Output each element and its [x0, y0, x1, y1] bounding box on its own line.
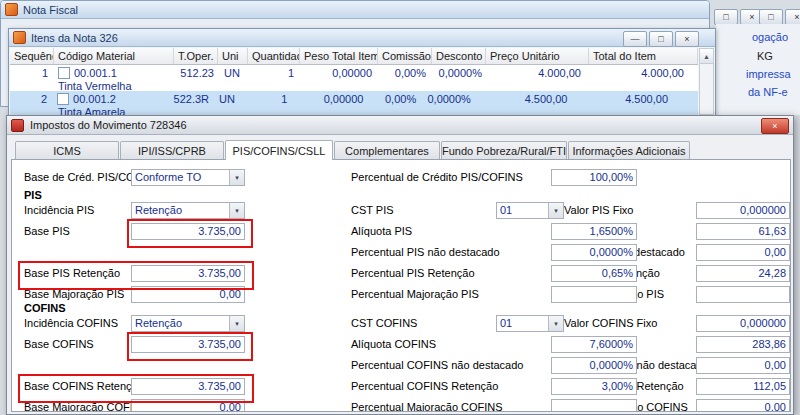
codigo-value: 00.001.2	[73, 93, 116, 105]
incidencia-pis-select[interactable]: Retenção▾	[131, 202, 245, 219]
percentual-majoracao-cofins-input[interactable]	[551, 399, 637, 412]
valor-pis-nao-destacado-input[interactable]: 0,00	[696, 244, 790, 261]
col-header-quantidade[interactable]: Quantidade	[248, 48, 300, 64]
base-cred-pis-cofins-value: Conforme TO	[135, 171, 201, 183]
row-checkbox[interactable]	[57, 93, 69, 105]
scroll-up-icon[interactable]: ▲	[700, 49, 713, 64]
percentual-majoracao-pis-label: Percentual Majoração PIS	[351, 288, 479, 300]
col-header-codigo-material[interactable]: Código Material	[54, 48, 174, 64]
valor-pis-retencao-input[interactable]: 24,28	[696, 265, 790, 282]
cell-preco: 4.000,00	[486, 67, 589, 80]
base-majoracao-cofins-input[interactable]: 0,00	[131, 399, 245, 412]
form-row: Base COFINS Retenção 3.735,00 Percentual…	[12, 377, 790, 397]
tab-pis-cofins-csll[interactable]: PIS/COFINS/CSLL	[225, 140, 333, 160]
form-row: Base PIS Retenção 3.735,00 Percentual PI…	[12, 264, 790, 284]
close-icon[interactable]: ×	[761, 118, 789, 134]
percentual-cofins-retencao-input[interactable]: 3,00%	[551, 378, 637, 395]
tab-fundo-pobreza-rural-fti[interactable]: Fundo Pobreza/Rural/FTI	[441, 141, 567, 159]
form-row: Percentual PIS não destacado 0,0000% Val…	[12, 243, 790, 263]
base-pis-input[interactable]: 3.735,00	[131, 223, 245, 240]
base-cred-pis-cofins-select[interactable]: Conforme TO▾	[131, 169, 245, 186]
incidencia-cofins-label: Incidência COFINS	[24, 317, 118, 329]
valor-cofins-retencao-input[interactable]: 112,05	[696, 378, 790, 395]
cst-cofins-select[interactable]: 01▾	[496, 315, 564, 332]
tab-informacoes-adicionais[interactable]: Informações Adicionais	[568, 141, 690, 159]
dialog-impostos-do-movimento: Impostos do Movimento 728346 × ICMS IPI/…	[6, 115, 794, 415]
close-icon[interactable]: ×	[785, 9, 800, 25]
percentual-pis-retencao-input[interactable]: 0,65%	[551, 265, 637, 282]
itens-title: Itens da Nota 326	[31, 32, 118, 44]
base-majoracao-pis-label: Base Majoração PIS	[24, 288, 124, 300]
base-cofins-retencao-input[interactable]: 3.735,00	[131, 378, 245, 395]
percentual-credito-pis-cofins-input[interactable]: 100,00%	[551, 169, 637, 186]
tab-page-pis-cofins-csll: Base de Créd. PIS/COFINS Conforme TO▾ Pe…	[11, 159, 791, 412]
tab-ipi-iss-cprb[interactable]: IPI/ISS/CPRB	[120, 141, 224, 159]
background-link[interactable]: ogação	[752, 31, 788, 43]
chevron-down-icon[interactable]: ▾	[229, 316, 244, 331]
tab-strip: ICMS IPI/ISS/CPRB PIS/COFINS/CSLL Comple…	[15, 140, 691, 159]
valor-cofins-nao-destacado-input[interactable]: 0,00	[696, 357, 790, 374]
percentual-cofins-nao-destacado-input[interactable]: 0,0000%	[551, 357, 637, 374]
col-header-peso-total-item[interactable]: Peso Total Item	[300, 48, 378, 64]
col-header-total-do-item[interactable]: Total do Item	[589, 48, 698, 64]
form-row: Base de Créd. PIS/COFINS Conforme TO▾ Pe…	[12, 168, 790, 188]
tab-complementares[interactable]: Complementares	[334, 141, 440, 159]
percentual-credito-pis-cofins-label: Percentual de Crédito PIS/COFINS	[351, 171, 523, 183]
minimize-icon[interactable]: —	[623, 31, 647, 47]
aliquota-pis-input[interactable]: 1,6500%	[551, 223, 637, 240]
tab-icms[interactable]: ICMS	[15, 141, 119, 159]
itens-titlebar[interactable]: Itens da Nota 326	[9, 29, 715, 47]
percentual-pis-retencao-label: Percentual PIS Retenção	[351, 267, 475, 279]
restore-icon[interactable]: □	[649, 31, 673, 47]
restore-icon[interactable]: □	[759, 9, 783, 25]
percentual-pis-nao-destacado-input[interactable]: 0,0000%	[551, 244, 637, 261]
row-values: 2 00.001.2 522.3R UN 1 0,00000 0,00% 0,0…	[10, 93, 682, 106]
form-row: Incidência PIS Retenção▾ CST PIS 01▾ Val…	[12, 201, 790, 221]
col-header-uni[interactable]: Uni	[218, 48, 248, 64]
window-itens-da-nota: Itens da Nota 326 — □ × Sequência Código…	[8, 28, 716, 116]
chevron-down-icon[interactable]: ▾	[548, 203, 563, 218]
base-majoracao-pis-input[interactable]: 0,00	[131, 286, 245, 303]
cell-codigo: 00.001.1	[54, 67, 174, 80]
percentual-majoracao-pis-input[interactable]	[551, 286, 637, 303]
cell-preco: 4.500,00	[475, 93, 576, 106]
valor-cofins-fixo-input[interactable]: 0,000000	[696, 315, 790, 332]
incidencia-pis-value: Retenção	[135, 204, 182, 216]
restore-icon[interactable]: □	[714, 9, 738, 25]
chevron-down-icon[interactable]: ▾	[229, 170, 244, 185]
col-header-desconto[interactable]: Desconto	[432, 48, 486, 64]
valor-cofins-input[interactable]: 283,86	[696, 336, 790, 353]
background-link[interactable]: impressa	[746, 68, 791, 80]
table-row[interactable]: 1 00.001.1 512.23 UN 1 0,00000 0,00% 0,0…	[10, 65, 698, 91]
base-cofins-input[interactable]: 3.735,00	[131, 336, 245, 353]
col-header-sequencia[interactable]: Sequência	[10, 48, 54, 64]
valor-majoracao-pis-input[interactable]	[696, 286, 790, 303]
aliquota-cofins-input[interactable]: 7,6000%	[551, 336, 637, 353]
chevron-down-icon[interactable]: ▾	[229, 203, 244, 218]
cell-uni: UN	[218, 67, 248, 80]
chevron-down-icon[interactable]: ▾	[548, 316, 563, 331]
cell-desconto: 0,0000%	[432, 67, 486, 80]
background-link[interactable]: da NF-e	[748, 86, 788, 98]
incidencia-cofins-select[interactable]: Retenção▾	[131, 315, 245, 332]
col-header-toper[interactable]: T.Oper.	[174, 48, 218, 64]
cst-pis-select[interactable]: 01▾	[496, 202, 564, 219]
vertical-scrollbar[interactable]: ▲	[699, 48, 714, 115]
nota-fiscal-titlebar[interactable]: Nota Fiscal	[1, 1, 709, 19]
valor-pis-input[interactable]: 61,63	[696, 223, 790, 240]
dialog-titlebar[interactable]: Impostos do Movimento 728346	[7, 116, 793, 135]
col-header-preco-unitario[interactable]: Preço Unitário	[486, 48, 589, 64]
form-row: Base Majoração PIS 0,00 Percentual Major…	[12, 285, 790, 305]
valor-majoracao-cofins-input[interactable]: 0,00	[696, 399, 790, 412]
col-header-comissao[interactable]: Comissão	[378, 48, 432, 64]
valor-pis-fixo-input[interactable]: 0,000000	[696, 202, 790, 219]
cell-codigo: 00.001.2	[53, 93, 170, 106]
table-row-selected[interactable]: 2 00.001.2 522.3R UN 1 0,00000 0,00% 0,0…	[10, 91, 698, 117]
app-window-controls: □ ×	[757, 9, 800, 25]
background-label: KG	[757, 50, 773, 62]
close-icon[interactable]: ×	[675, 31, 699, 47]
base-pis-retencao-input[interactable]: 3.735,00	[131, 265, 245, 282]
percentual-cofins-nao-destacado-label: Percentual COFINS não destacado	[351, 359, 523, 371]
valor-cofins-fixo-label: Valor COFINS Fixo	[564, 317, 657, 329]
row-checkbox[interactable]	[58, 67, 70, 79]
